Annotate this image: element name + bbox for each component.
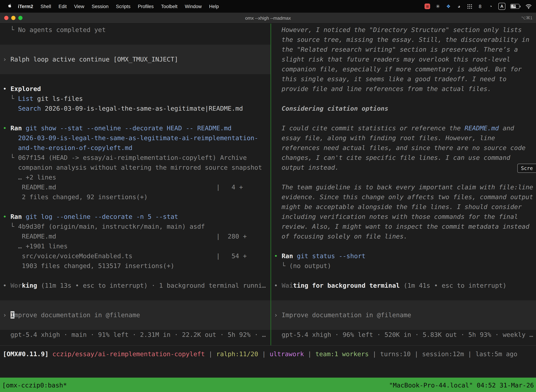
wifi-icon[interactable] <box>526 3 532 9</box>
text-segment: | <box>411 350 422 358</box>
terminal-line: review. Also, I might want to inspect th… <box>271 222 536 232</box>
terminal-line: • Working (11m 13s • esc to interrupt) ·… <box>0 281 270 290</box>
text-segment: ultrawork <box>270 350 304 358</box>
terminal-line: └ 067f154 (HEAD -> essay/ai-reimplementa… <box>0 153 270 163</box>
terminal-line: the source tree, missing the essay. Stil… <box>271 35 536 45</box>
text-segment: of focusing solely on file lines. <box>274 233 407 240</box>
blank-line <box>0 74 270 84</box>
terminal-line: slight risk that future readers may over… <box>271 54 536 64</box>
terminal-line: • Explored <box>0 84 270 94</box>
text-segment: and-the-erosion-of-copyleft.md <box>18 144 132 151</box>
text-segment <box>3 134 18 142</box>
text-segment: • <box>274 282 282 289</box>
battery-icon[interactable]: 61 <box>510 3 521 9</box>
menu-profiles[interactable]: Profiles <box>138 4 154 9</box>
menu-scripts[interactable]: Scripts <box>116 4 130 9</box>
terminal-line: Considering citation options <box>271 104 536 113</box>
blank-line <box>271 271 536 281</box>
terminal-line: this single essay, it seems like a good … <box>271 74 536 84</box>
window-title: omx --xhigh --madmax <box>0 15 536 21</box>
terminal-line: gpt-5.4 xhigh · main · 91% left · 2.31M … <box>0 330 270 340</box>
text-segment: ting for background terminal <box>293 282 400 289</box>
blank-line <box>271 113 536 123</box>
text-segment: | <box>369 350 380 358</box>
terminal-line: 1903 files changed, 513517 insertions(+) <box>0 261 270 271</box>
shortcut-8-icon[interactable]: 8 <box>477 3 483 9</box>
screen-recording-indicator-icon[interactable] <box>425 4 430 9</box>
menu-edit[interactable]: Edit <box>58 4 67 9</box>
prompt-input-box[interactable]: › Improve documentation in @filename <box>271 300 536 330</box>
menu-iterm2[interactable]: iTerm2 <box>18 4 33 9</box>
text-segment: Search <box>18 105 41 112</box>
text-segment: … +2 lines <box>3 173 56 181</box>
left-pane[interactable]: └ No agents completed yet› Ralph loop ac… <box>0 23 270 345</box>
text-segment: └ No agents completed yet <box>3 26 106 33</box>
text-segment: └ <box>274 262 289 269</box>
terminal-line: • Ran git status --short <box>271 251 536 261</box>
prompt-input-box[interactable]: › Improve documentation in @filename <box>0 300 270 330</box>
window-shortcut-badge: ⌥⌘1 <box>521 15 532 20</box>
menu-view[interactable]: View <box>74 4 84 9</box>
blank-line <box>0 290 270 300</box>
text-segment: king <box>22 282 37 289</box>
menu-toolbelt[interactable]: Toolbelt <box>161 4 177 9</box>
text-segment: • <box>274 252 282 260</box>
menu-shell[interactable]: Shell <box>41 4 51 9</box>
screen: iTerm2ShellEditViewSessionScriptsProfile… <box>0 0 536 392</box>
text-segment: output instead. <box>274 164 339 171</box>
terminal-line: output instead. <box>271 163 536 173</box>
screen-tooltip[interactable]: Scre <box>517 164 536 173</box>
terminal-line: • Waiting for background terminal (1m 41… <box>271 281 536 290</box>
terminal-line: └ 4b9d30f (origin/main, instructkr/main,… <box>0 222 270 232</box>
blank-line <box>271 290 536 300</box>
text-segment <box>3 105 18 112</box>
text-segment: last:5m ago <box>475 350 517 358</box>
terminal-line: gpt-5.4 xhigh · 96% left · 520K in · 5.8… <box>271 330 536 340</box>
terminal-line: essay file, along with finding root file… <box>271 133 536 143</box>
terminal-line: 2026-03-09-is-legal-the-same-as-legitima… <box>0 133 270 143</box>
text-segment: Ralph loop active continue [OMX_TMUX_INJ… <box>10 56 178 63</box>
text-segment: 4b9d30f (origin/main, instructkr/main, m… <box>18 223 205 230</box>
text-segment: might be acceptable alongside the file l… <box>274 203 522 210</box>
menu-window[interactable]: Window <box>185 4 202 9</box>
text-segment: src/voice/voiceModeEnabled.ts | 54 + <box>3 252 247 260</box>
asterisk-menu-icon[interactable]: ✳ <box>435 3 441 9</box>
text-segment <box>22 124 26 132</box>
terminal-line: Search 2026-03-09-is-legal-the-same-as-l… <box>0 104 270 113</box>
blue-app-menu-icon[interactable]: ❖ <box>446 3 451 9</box>
text-segment: [OMX#0.11.9] <box>3 350 53 358</box>
text-segment: README.md <box>464 124 499 132</box>
tmux-session-label[interactable]: [omx-cczip0:bash* <box>2 381 67 389</box>
text-segment: session:12m <box>422 350 464 358</box>
text-segment: and <box>499 124 514 132</box>
gauge-menu-icon[interactable]: ◔ <box>488 3 493 9</box>
text-segment: provide file and line references from th… <box>274 85 491 92</box>
menu-session[interactable]: Session <box>92 4 109 9</box>
terminal-line: 2 files changed, 92 insertions(+) <box>0 192 270 202</box>
menu-help[interactable]: Help <box>209 4 219 9</box>
menu-bar: iTerm2ShellEditViewSessionScriptsProfile… <box>0 0 536 13</box>
right-pane[interactable]: However, I noticed the "Directory Struct… <box>271 23 536 345</box>
terminal-line: provide file and line references from th… <box>271 84 536 94</box>
apple-menu-icon[interactable] <box>6 3 12 9</box>
text-segment: └ <box>3 223 18 230</box>
terminal-line: I could cite commit statistics or refere… <box>271 123 536 133</box>
text-segment: | <box>464 350 475 358</box>
window-title-bar[interactable]: omx --xhigh --madmax ⌥⌘1 <box>0 13 536 23</box>
text-segment: (11m 13s • esc to interrupt) · 1 backgro… <box>37 282 266 289</box>
dark-circle-menu-icon[interactable]: ◕ <box>456 3 462 9</box>
text-segment: The team guideline is to back every impo… <box>274 183 533 191</box>
text-segment: README.md | 4 + <box>3 183 243 191</box>
text-segment: references need actual files, and since … <box>274 144 526 151</box>
text-segment: Ran <box>282 252 293 260</box>
text-segment: 2 files changed, 92 insertions(+) <box>3 193 148 201</box>
text-segment: team:1 workers <box>315 350 368 358</box>
app-grid-icon[interactable] <box>467 3 472 9</box>
text-segment: essay file, along with finding root file… <box>274 134 495 142</box>
terminal: └ No agents completed yet› Ralph loop ac… <box>0 23 536 378</box>
prompt-input-box[interactable]: › Ralph loop active continue [OMX_TMUX_I… <box>0 45 270 74</box>
text-segment: git log --oneline --decorate -n 5 --stat <box>26 213 178 220</box>
text-segment: (1m 41s • esc to interrupt) <box>400 282 507 289</box>
input-source-icon[interactable]: A <box>498 3 505 10</box>
text-segment: Wai <box>282 282 293 289</box>
